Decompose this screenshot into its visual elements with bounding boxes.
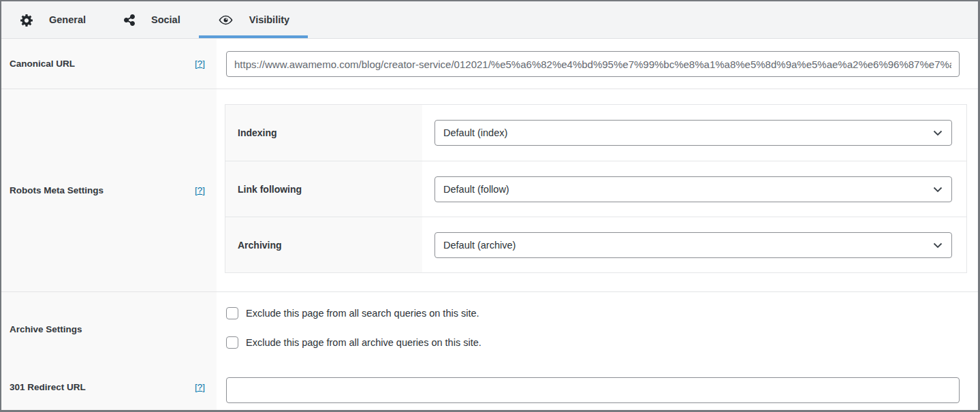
- indexing-select[interactable]: Default (index): [434, 120, 952, 146]
- exclude-search-row: Exclude this page from all search querie…: [226, 307, 978, 319]
- tab-visibility[interactable]: Visibility: [199, 1, 308, 38]
- gear-icon: [20, 13, 34, 27]
- robots-meta-section: Robots Meta Settings [?] Indexing Defaul…: [1, 89, 978, 291]
- help-bracket: ]: [202, 59, 205, 69]
- exclude-search-checkbox[interactable]: [226, 307, 238, 319]
- robots-meta-content: Indexing Default (index) Link following: [217, 89, 978, 291]
- redirect-url-label: 301 Redirect URL: [10, 382, 86, 392]
- tab-general[interactable]: General: [1, 1, 104, 38]
- link-following-select[interactable]: Default (follow): [434, 176, 952, 202]
- redirect-url-content: [217, 364, 978, 411]
- tab-visibility-label: Visibility: [249, 14, 289, 25]
- archiving-label: Archiving: [225, 217, 422, 272]
- indexing-label: Indexing: [225, 105, 422, 161]
- robots-row-link-following: Link following Default (follow): [225, 161, 966, 217]
- robots-row-indexing: Indexing Default (index): [225, 105, 966, 161]
- canonical-url-side: Canonical URL [?]: [1, 39, 217, 89]
- robots-meta-side: Robots Meta Settings [?]: [1, 89, 217, 291]
- redirect-url-side: 301 Redirect URL [?]: [1, 364, 217, 411]
- redirect-url-input[interactable]: [226, 377, 960, 403]
- exclude-archive-label: Exclude this page from all archive queri…: [246, 337, 481, 348]
- archive-settings-label: Archive Settings: [10, 324, 82, 334]
- canonical-url-help-link[interactable]: [?]: [195, 59, 205, 69]
- archive-settings-content: Exclude this page from all search querie…: [217, 292, 978, 366]
- redirect-url-help-link[interactable]: [?]: [195, 382, 205, 392]
- exclude-archive-checkbox[interactable]: [226, 336, 238, 349]
- robots-row-archiving: Archiving Default (archive): [225, 217, 966, 272]
- tab-social[interactable]: Social: [104, 1, 199, 38]
- tab-bar: General Social Visibility: [1, 1, 978, 39]
- tab-social-label: Social: [151, 14, 180, 25]
- canonical-url-section: Canonical URL [?]: [1, 39, 978, 89]
- robots-meta-label: Robots Meta Settings: [10, 185, 104, 195]
- tab-general-label: General: [49, 14, 86, 25]
- canonical-url-content: [217, 39, 978, 89]
- share-icon: [123, 13, 136, 27]
- canonical-url-label: Canonical URL: [10, 59, 75, 69]
- canonical-url-input[interactable]: [226, 51, 960, 77]
- archive-settings-section: Archive Settings Exclude this page from …: [1, 291, 978, 363]
- seo-settings-panel: General Social Visibility Canonical URL …: [0, 0, 980, 412]
- exclude-search-label: Exclude this page from all search querie…: [246, 308, 479, 319]
- exclude-archive-row: Exclude this page from all archive queri…: [226, 336, 978, 349]
- robots-meta-help-link[interactable]: [?]: [195, 185, 205, 195]
- robots-meta-table: Indexing Default (index) Link following: [225, 104, 967, 273]
- link-following-label: Link following: [225, 161, 422, 217]
- help-bracket: ]: [202, 185, 205, 195]
- eye-icon: [217, 13, 234, 27]
- archiving-select[interactable]: Default (archive): [434, 232, 952, 258]
- help-bracket: ]: [202, 382, 205, 392]
- archive-settings-side: Archive Settings: [1, 292, 217, 366]
- redirect-url-section: 301 Redirect URL [?]: [1, 363, 978, 411]
